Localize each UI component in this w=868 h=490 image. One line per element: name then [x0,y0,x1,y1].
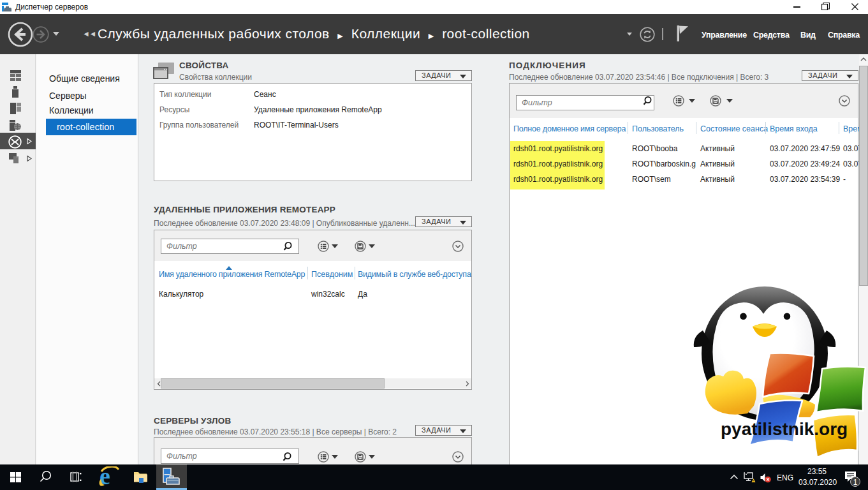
svg-text:1: 1 [853,478,858,487]
svg-text:pyatilistnik.org: pyatilistnik.org [721,419,848,439]
